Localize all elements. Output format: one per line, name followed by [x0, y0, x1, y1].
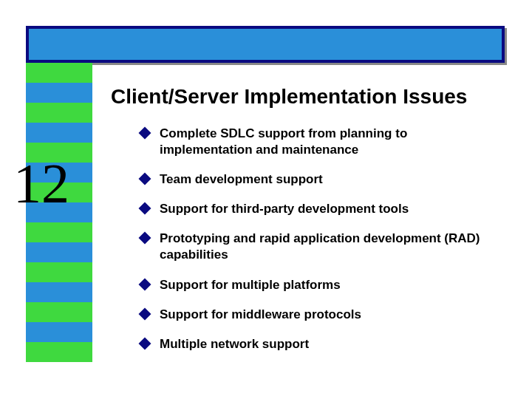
list-item: Prototyping and rapid application develo… [140, 231, 495, 263]
diamond-icon [139, 127, 151, 140]
stripe [26, 242, 92, 262]
bullet-list: Complete SDLC support from planning to i… [140, 126, 495, 366]
bullet-text: Support for middleware protocols [160, 307, 361, 323]
stripe [26, 342, 92, 362]
diamond-icon [139, 232, 151, 245]
stripe [26, 103, 92, 123]
diamond-icon [139, 337, 151, 349]
diamond-icon [139, 307, 151, 320]
header-bar [26, 26, 505, 63]
chapter-number: 12 [13, 151, 69, 216]
list-item: Complete SDLC support from planning to i… [140, 126, 495, 158]
list-item: Support for multiple platforms [140, 277, 495, 293]
stripe [26, 63, 92, 83]
bullet-text: Support for third-party development tool… [160, 201, 409, 217]
list-item: Team development support [140, 171, 495, 188]
stripe [26, 83, 92, 103]
bullet-text: Team development support [160, 171, 323, 188]
stripe [26, 222, 92, 242]
stripe [26, 262, 92, 282]
list-item: Support for third-party development tool… [140, 201, 495, 217]
diamond-icon [139, 173, 151, 185]
stripe [26, 302, 92, 322]
bullet-text: Support for multiple platforms [160, 277, 341, 293]
diamond-icon [139, 202, 151, 215]
stripe [26, 282, 92, 302]
list-item: Support for middleware protocols [140, 307, 495, 323]
list-item: Multiple network support [140, 336, 495, 352]
bullet-text: Multiple network support [160, 336, 309, 352]
header-bar-inner [29, 29, 502, 60]
bullet-text: Prototyping and rapid application develo… [160, 231, 495, 263]
stripe [26, 322, 92, 342]
slide-title: Client/Server Implementation Issues [111, 85, 467, 109]
bullet-text: Complete SDLC support from planning to i… [160, 126, 495, 158]
diamond-icon [139, 278, 151, 290]
stripe [26, 123, 92, 143]
